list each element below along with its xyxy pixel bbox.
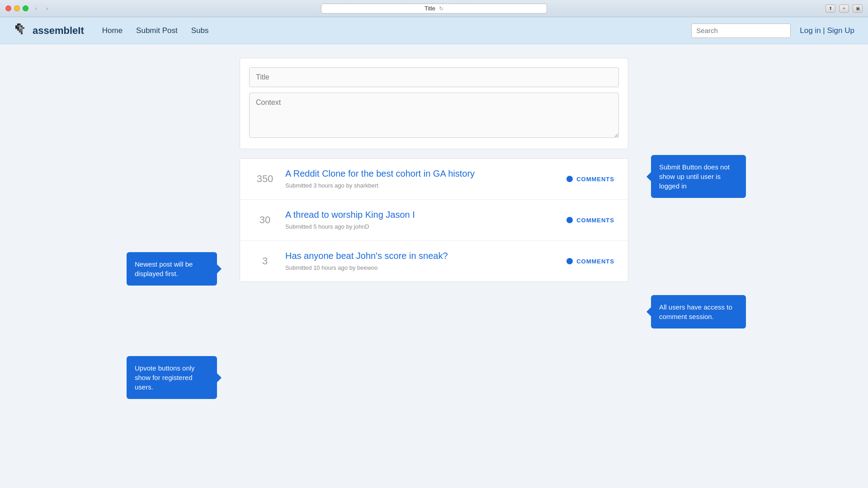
posts-container: 350 A Reddit Clone for the best cohort i… xyxy=(240,158,628,282)
svg-rect-14 xyxy=(19,31,21,33)
auth-links[interactable]: Log in | Sign Up xyxy=(800,26,854,35)
minimize-button[interactable] xyxy=(14,5,20,11)
post-score-3: 3 xyxy=(254,255,276,267)
window-chrome: ‹ › Title ↻ ⬆ + ▣ xyxy=(0,0,868,17)
post-meta-3: Submitted 10 hours ago by beewoo xyxy=(285,264,378,271)
app-container: assembleIt Home Submit Post Subs Log in … xyxy=(0,17,868,488)
svg-rect-6 xyxy=(15,27,17,29)
comments-label-1: COMMENTS xyxy=(576,176,614,183)
svg-rect-10 xyxy=(23,27,24,29)
comments-dot-3 xyxy=(566,258,573,264)
callout-comments: All users have access to comment session… xyxy=(651,295,746,328)
svg-rect-11 xyxy=(17,29,19,31)
window-pip-icon[interactable]: ▣ xyxy=(853,5,863,13)
comments-dot-1 xyxy=(566,176,573,182)
svg-rect-8 xyxy=(19,27,21,29)
post-form xyxy=(240,58,628,149)
callout-upvote-text: Upvote buttons only show for registered … xyxy=(135,364,195,391)
context-textarea[interactable] xyxy=(249,93,619,138)
callout-submit-btn-text: Submit Button does not show up until use… xyxy=(659,163,730,190)
post-info-1: A Reddit Clone for the best cohort in GA… xyxy=(285,169,557,189)
address-bar-container: Title ↻ xyxy=(321,4,547,14)
post-comments-1[interactable]: COMMENTS xyxy=(566,176,614,183)
post-title-2[interactable]: A thread to worship King Jason I xyxy=(285,210,557,220)
nav-right: Log in | Sign Up xyxy=(691,23,854,38)
brand-svg xyxy=(14,23,30,39)
window-buttons xyxy=(5,5,28,11)
nav-subs[interactable]: Subs xyxy=(191,26,209,35)
callout-submit-button: Submit Button does not show up until use… xyxy=(651,155,746,198)
close-button[interactable] xyxy=(5,5,11,11)
brand[interactable]: assembleIt xyxy=(14,23,84,39)
navbar: assembleIt Home Submit Post Subs Log in … xyxy=(0,17,868,44)
svg-rect-3 xyxy=(17,25,19,27)
post-title-1[interactable]: A Reddit Clone for the best cohort in GA… xyxy=(285,169,557,179)
window-nav: ‹ › xyxy=(32,4,52,13)
post-item: 350 A Reddit Clone for the best cohort i… xyxy=(240,159,628,200)
svg-rect-12 xyxy=(19,29,21,31)
callout-comments-text: All users have access to comment session… xyxy=(659,303,732,320)
callout-newest-post-text: Newest post will be displayed first. xyxy=(135,260,193,277)
comments-label-3: COMMENTS xyxy=(576,258,614,265)
callout-newest-post: Newest post will be displayed first. xyxy=(127,252,217,286)
callout-upvote: Upvote buttons only show for registered … xyxy=(127,356,217,399)
post-score-2: 30 xyxy=(254,214,276,226)
nav-submit-post[interactable]: Submit Post xyxy=(136,26,178,35)
window-bookmark-icon[interactable]: + xyxy=(839,5,849,13)
svg-rect-1 xyxy=(19,23,21,25)
address-bar[interactable]: Title ↻ xyxy=(321,4,547,14)
nav-home[interactable]: Home xyxy=(102,26,123,35)
svg-rect-4 xyxy=(19,25,21,27)
brand-icon xyxy=(14,23,30,39)
post-comments-2[interactable]: COMMENTS xyxy=(566,217,614,224)
window-share-icon[interactable]: ⬆ xyxy=(826,5,835,13)
reload-icon[interactable]: ↻ xyxy=(439,5,443,12)
window-right-controls: ⬆ + ▣ xyxy=(826,5,863,13)
comments-label-2: COMMENTS xyxy=(576,217,614,224)
post-title-3[interactable]: Has anyone beat John's score in sneak? xyxy=(285,251,557,261)
svg-rect-16 xyxy=(21,33,23,34)
forward-arrow[interactable]: › xyxy=(42,4,52,13)
brand-name: assembleIt xyxy=(33,25,84,37)
svg-rect-9 xyxy=(21,27,23,29)
nav-links: Home Submit Post Subs xyxy=(102,26,209,35)
page-wrapper: 350 A Reddit Clone for the best cohort i… xyxy=(0,44,868,296)
post-item-2: 30 A thread to worship King Jason I Subm… xyxy=(240,200,628,241)
maximize-button[interactable] xyxy=(23,5,28,11)
post-info-3: Has anyone beat John's score in sneak? S… xyxy=(285,251,557,272)
svg-rect-2 xyxy=(15,25,17,27)
back-arrow[interactable]: ‹ xyxy=(32,4,41,13)
svg-rect-15 xyxy=(21,31,23,33)
post-meta-1: Submitted 3 hours ago by sharkbert xyxy=(285,182,378,189)
post-item-3: 3 Has anyone beat John's score in sneak?… xyxy=(240,241,628,282)
svg-rect-5 xyxy=(21,25,23,27)
title-input[interactable] xyxy=(249,67,619,87)
search-input[interactable] xyxy=(691,23,791,38)
address-text: Title xyxy=(425,5,435,12)
svg-rect-0 xyxy=(17,23,19,25)
svg-rect-7 xyxy=(17,27,19,29)
main-content: 350 A Reddit Clone for the best cohort i… xyxy=(231,44,637,296)
post-meta-2: Submitted 5 hours ago by johnD xyxy=(285,223,369,230)
post-score-1: 350 xyxy=(254,173,276,185)
post-info-2: A thread to worship King Jason I Submitt… xyxy=(285,210,557,230)
svg-rect-13 xyxy=(21,29,23,31)
post-comments-3[interactable]: COMMENTS xyxy=(566,258,614,265)
comments-dot-2 xyxy=(566,217,573,223)
